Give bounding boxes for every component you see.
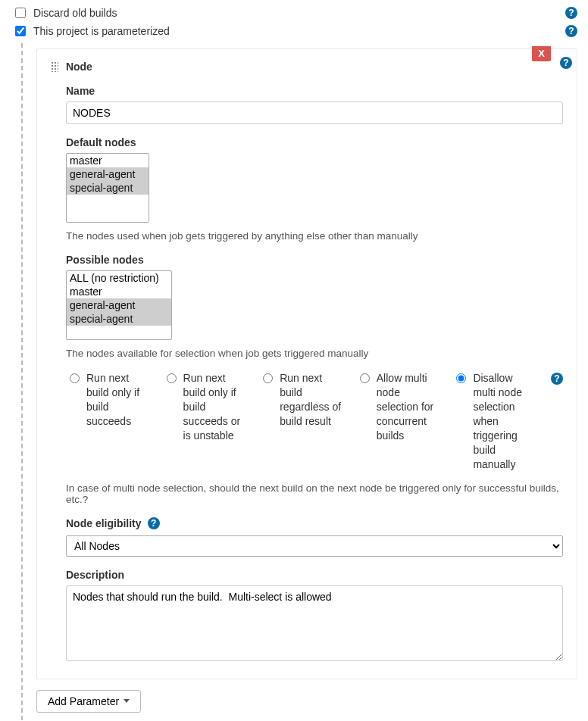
trigger-policy-radio[interactable] bbox=[167, 373, 177, 383]
name-input[interactable] bbox=[66, 101, 563, 124]
trigger-policy-radio[interactable] bbox=[360, 373, 370, 383]
help-icon[interactable]: ? bbox=[565, 25, 577, 37]
trigger-policy-label: Run next build only if build succeeds bbox=[86, 371, 151, 429]
help-icon[interactable]: ? bbox=[565, 7, 577, 19]
possible-nodes-select[interactable]: ALL (no restriction)mastergeneral-agents… bbox=[66, 270, 172, 340]
help-icon[interactable]: ? bbox=[148, 517, 160, 529]
discard-old-builds-checkbox[interactable] bbox=[15, 8, 26, 18]
possible-nodes-label: Possible nodes bbox=[66, 254, 563, 266]
trigger-policy-option[interactable]: Run next build only if build succeeds bbox=[66, 371, 157, 429]
default-nodes-help: The nodes used when job gets triggered b… bbox=[66, 230, 563, 242]
name-label: Name bbox=[66, 85, 563, 97]
trigger-policy-radio[interactable] bbox=[70, 373, 80, 383]
trigger-policy-radio[interactable] bbox=[263, 373, 273, 383]
trigger-policy-radio[interactable] bbox=[456, 373, 466, 383]
description-textarea[interactable] bbox=[66, 585, 563, 661]
default-nodes-label: Default nodes bbox=[66, 136, 563, 148]
help-icon[interactable]: ? bbox=[560, 57, 572, 69]
drag-handle-icon[interactable] bbox=[51, 61, 58, 72]
trigger-policy-label: Disallow multi node selection when trigg… bbox=[473, 371, 537, 471]
node-parameter-panel: X ? Node Name Default nodes mastergenera… bbox=[36, 48, 577, 679]
list-item[interactable]: general-agent bbox=[67, 167, 149, 181]
discard-old-builds-label: Discard old builds bbox=[33, 7, 565, 19]
list-item[interactable]: general-agent bbox=[67, 298, 171, 312]
delete-button[interactable]: X bbox=[532, 46, 551, 61]
add-parameter-button[interactable]: Add Parameter bbox=[36, 690, 141, 713]
trigger-policy-option[interactable]: Run next build regardless of build resul… bbox=[259, 371, 350, 429]
chevron-down-icon bbox=[124, 699, 130, 703]
list-item[interactable]: special-agent bbox=[67, 312, 171, 326]
trigger-policy-help: In case of multi node selection, should … bbox=[66, 482, 563, 505]
possible-nodes-help: The nodes available for selection when j… bbox=[66, 348, 563, 359]
eligibility-label: Node eligibility bbox=[66, 517, 142, 529]
list-item[interactable]: ALL (no restriction) bbox=[67, 271, 171, 285]
trigger-policy-label: Run next build only if build succeeds or… bbox=[183, 371, 248, 442]
panel-title: Node bbox=[66, 61, 92, 73]
list-item[interactable]: master bbox=[67, 285, 171, 298]
parameterized-checkbox[interactable] bbox=[15, 26, 26, 36]
eligibility-select[interactable]: All Nodes bbox=[66, 535, 563, 557]
trigger-policy-label: Allow multi node selection for concurren… bbox=[377, 371, 441, 442]
help-icon[interactable]: ? bbox=[551, 373, 563, 385]
add-parameter-label: Add Parameter bbox=[48, 695, 119, 707]
parameterized-label: This project is parameterized bbox=[33, 25, 565, 37]
trigger-policy-option[interactable]: Allow multi node selection for concurren… bbox=[356, 371, 447, 442]
description-label: Description bbox=[66, 569, 563, 581]
default-nodes-select[interactable]: mastergeneral-agentspecial-agent bbox=[66, 153, 149, 223]
list-item[interactable]: master bbox=[67, 154, 149, 167]
trigger-policy-option[interactable]: Disallow multi node selection when trigg… bbox=[452, 371, 543, 471]
list-item[interactable]: special-agent bbox=[67, 181, 149, 195]
trigger-policy-label: Run next build regardless of build resul… bbox=[280, 371, 344, 429]
trigger-policy-option[interactable]: Run next build only if build succeeds or… bbox=[163, 371, 254, 442]
